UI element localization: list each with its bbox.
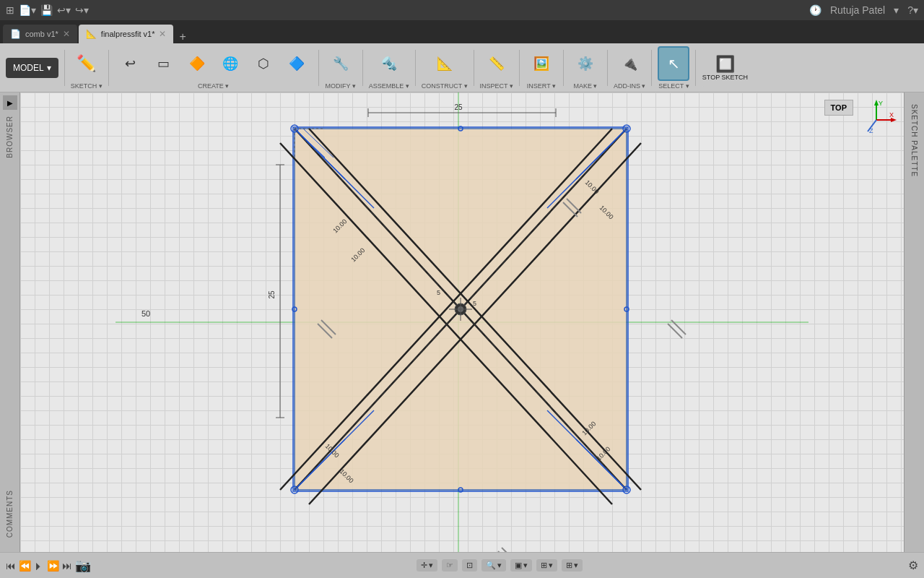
bottom-tools: ✛ ▾ ☞ ⊡ 🔍 ▾ ▣ ▾ ⊞ ▾ ⊞ ▾ <box>417 559 583 571</box>
timeline-play-icon[interactable]: ⏵ <box>34 560 44 571</box>
display-btn[interactable]: ▣ ▾ <box>510 559 532 571</box>
sep11 <box>695 50 696 86</box>
display-icon: ▣ <box>515 561 522 570</box>
topbar-right: 🕐 Rutuja Patel ▾ ?▾ <box>809 4 918 16</box>
insert-label: INSERT ▾ <box>526 81 557 90</box>
assemble-label: ASSEMBLE ▾ <box>369 81 409 90</box>
tab-comb-label: comb v1* <box>25 30 58 38</box>
view-label: TOP <box>824 100 853 116</box>
inspect-icon: 📏 <box>489 57 505 70</box>
addins-group: 🔌 ADD-INS ▾ <box>611 45 649 91</box>
select-btn[interactable]: ↖ <box>658 46 689 81</box>
browser-label: BROWSER <box>6 116 14 158</box>
sketch-palette-label: SKETCH PALETTE <box>910 104 918 177</box>
make-btn[interactable]: ⚙️ <box>570 46 601 81</box>
timeline-end-icon[interactable]: ⏭ <box>62 560 72 571</box>
sketch-canvas: 25 25 50 10.00 10.00 10.00 10.00 10.00 1… <box>20 92 904 552</box>
new-file-icon[interactable]: 📄▾ <box>19 4 36 16</box>
comments-label: COMMENTS <box>6 490 14 538</box>
globe-btn[interactable]: 🌐 <box>214 46 246 81</box>
pan-tool-btn[interactable]: ☞ <box>442 559 458 571</box>
tab-comb-icon: 📄 <box>10 29 21 39</box>
sketch-icon: ✏️ <box>77 56 96 72</box>
tab-comb-close[interactable]: ✕ <box>63 29 70 39</box>
insert-group: 🖼️ INSERT ▾ <box>523 45 560 91</box>
display-dropdown: ▾ <box>523 561 528 570</box>
zoom-icon: 🔍 <box>486 561 496 570</box>
sep5 <box>415 50 416 86</box>
undo-icon[interactable]: ↩▾ <box>57 4 71 16</box>
sep1 <box>64 50 65 86</box>
zoom-window-icon: ⊡ <box>466 561 473 570</box>
sketch-button[interactable]: ✏️ <box>71 46 103 81</box>
construct-group: 📐 CONSTRUCT ▾ <box>419 45 471 91</box>
tab-finalpressfit-icon: 📐 <box>86 29 97 39</box>
addins-btn[interactable]: 🔌 <box>614 46 645 81</box>
timeline-nav: ⏮ ⏪ ⏵ ⏩ ⏭ 📷 <box>6 558 91 574</box>
inspect-label: INSPECT ▾ <box>480 81 513 90</box>
inspect-btn[interactable]: 📏 <box>481 46 513 81</box>
construct-btn[interactable]: 📐 <box>429 46 461 81</box>
svg-text:25: 25 <box>454 103 463 111</box>
grid-icon[interactable]: ⊞ <box>6 4 14 16</box>
sep4 <box>362 50 363 86</box>
settings-icon[interactable]: ⚙ <box>908 558 918 572</box>
form-btn[interactable]: 🔷 <box>281 46 313 81</box>
zoom-window-btn[interactable]: ⊡ <box>462 559 477 571</box>
sep6 <box>474 50 474 86</box>
move-dropdown: ▾ <box>429 561 433 570</box>
timeline-prev-icon[interactable]: ⏪ <box>19 560 31 571</box>
grid-bottom-icon: ⊞ <box>541 561 547 570</box>
assemble-group: 🔩 ASSEMBLE ▾ <box>366 45 412 91</box>
model-button[interactable]: MODEL ▾ <box>6 58 58 78</box>
save-icon[interactable]: 💾 <box>40 4 53 16</box>
sidebar-toggle[interactable]: ▶ <box>3 95 17 110</box>
user-name[interactable]: Rutuja Patel <box>830 4 885 16</box>
model-dropdown-icon: ▾ <box>47 63 51 73</box>
sketch-group: ✏️ SKETCH ▾ <box>68 45 105 91</box>
construct-label: CONSTRUCT ▾ <box>422 81 468 90</box>
modify-label: MODIFY ▾ <box>325 81 357 90</box>
inspect-group: 📏 INSPECT ▾ <box>477 45 516 91</box>
assemble-btn[interactable]: 🔩 <box>373 46 405 81</box>
move-tool-btn[interactable]: ✛ ▾ <box>417 559 437 571</box>
extrude-btn[interactable]: ▭ <box>148 46 180 81</box>
zoom-dropdown: ▾ <box>497 561 502 570</box>
shape-btn[interactable]: ⬡ <box>248 46 279 81</box>
create-group: ↩ ▭ 🔶 🌐 ⬡ 🔷 CREATE ▾ <box>112 45 315 91</box>
sep10 <box>651 50 652 86</box>
help-icon[interactable]: ?▾ <box>907 4 918 16</box>
pan-icon: ☞ <box>446 561 453 570</box>
snap-btn[interactable]: ⊞ ▾ <box>562 559 583 571</box>
tab-finalpressfit-close[interactable]: ✕ <box>159 29 166 39</box>
camera-icon[interactable]: 📷 <box>75 558 91 574</box>
user-dropdown-icon[interactable]: ▾ <box>894 4 899 16</box>
grid-dropdown: ▾ <box>549 561 553 570</box>
tab-comb[interactable]: 📄 comb v1* ✕ <box>3 25 77 43</box>
insert-btn[interactable]: 🖼️ <box>526 46 557 81</box>
snap-dropdown: ▾ <box>574 561 578 570</box>
zoom-btn[interactable]: 🔍 ▾ <box>481 559 506 571</box>
create-label: CREATE ▾ <box>115 81 313 90</box>
timeline-start-icon[interactable]: ⏮ <box>6 560 16 571</box>
globe-icon: 🌐 <box>222 57 238 70</box>
toolbar: MODEL ▾ ✏️ SKETCH ▾ ↩ ▭ 🔶 🌐 <box>0 43 924 92</box>
stop-sketch-icon: 🔲 <box>715 55 735 74</box>
redo-icon[interactable]: ↪▾ <box>75 4 89 16</box>
select-label: SELECT ▾ <box>658 81 689 90</box>
timeline-next-icon[interactable]: ⏩ <box>47 560 59 571</box>
modify-btn[interactable]: 🔧 <box>325 46 357 81</box>
add-tab-button[interactable]: + <box>175 30 190 43</box>
assemble-icon: 🔩 <box>381 57 397 70</box>
stop-sketch-label: STOP SKETCH <box>702 74 748 81</box>
right-sidebar: SKETCH PALETTE <box>904 92 924 552</box>
grid-btn[interactable]: ⊞ ▾ <box>536 559 557 571</box>
tab-finalpressfit[interactable]: 📐 finalpressfit v1* ✕ <box>79 25 174 43</box>
revolve-btn[interactable]: 🔶 <box>181 46 213 81</box>
construct-icon: 📐 <box>437 57 453 70</box>
clock-icon[interactable]: 🕐 <box>809 4 821 16</box>
undo-tool-btn[interactable]: ↩ <box>115 46 147 81</box>
canvas-area[interactable]: 25 25 50 10.00 10.00 10.00 10.00 10.00 1… <box>20 92 904 552</box>
sketch-label: SKETCH ▾ <box>71 81 103 90</box>
stop-sketch-btn[interactable]: 🔲 STOP SKETCH <box>702 49 748 87</box>
